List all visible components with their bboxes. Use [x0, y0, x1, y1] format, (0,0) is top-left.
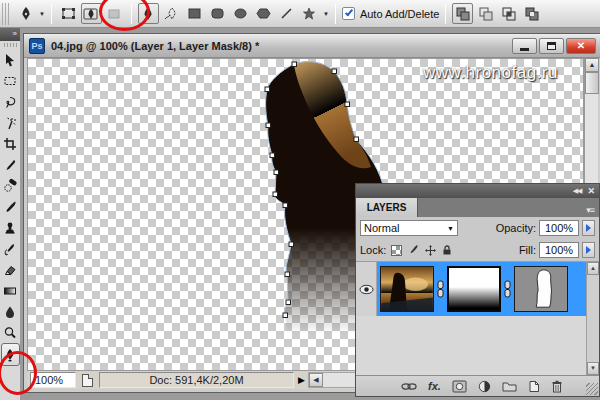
fill-field[interactable]: 100% — [539, 242, 579, 258]
scroll-up-button[interactable]: ▲ — [585, 58, 599, 72]
custom-shape-dropdown-icon[interactable]: ▼ — [323, 11, 329, 17]
lock-all-button[interactable] — [440, 243, 454, 257]
minimize-button[interactable] — [512, 38, 537, 54]
panel-menu-icon[interactable]: ▾≡ — [586, 205, 599, 217]
tool-clone-stamp[interactable] — [0, 217, 20, 238]
add-to-path-area-button[interactable] — [452, 3, 473, 24]
link-layers-icon[interactable] — [401, 382, 417, 391]
gradient-tool-icon — [3, 284, 17, 298]
layers-panel-title-bar[interactable]: ◀◀ ✕ — [356, 184, 599, 198]
padlock-icon — [441, 244, 453, 256]
rounded-rectangle-tool-button[interactable] — [207, 3, 228, 24]
tool-gradient[interactable] — [0, 280, 20, 301]
layer-style-icon[interactable]: fx. — [428, 380, 441, 392]
freeform-pen-tool-button[interactable] — [161, 3, 182, 24]
auto-add-delete-checkbox[interactable] — [342, 7, 355, 20]
tool-move[interactable] — [0, 49, 20, 70]
lock-image-button[interactable] — [406, 243, 420, 257]
delete-layer-icon[interactable] — [551, 380, 563, 393]
restore-button[interactable] — [539, 38, 564, 54]
layers-scroll-up-button[interactable]: ▲ — [587, 262, 599, 275]
adjustment-layer-icon[interactable] — [478, 380, 491, 393]
intersect-path-areas-button[interactable] — [498, 3, 519, 24]
marquee-tool-icon — [3, 74, 17, 88]
rectangle-tool-button[interactable] — [184, 3, 205, 24]
lock-position-button[interactable] — [423, 243, 437, 257]
custom-shape-tool-button[interactable] — [299, 3, 320, 24]
layers-scroll-down-button[interactable]: ▼ — [587, 362, 599, 375]
layer-image-thumbnail[interactable] — [380, 266, 434, 312]
tool-crop[interactable] — [0, 133, 20, 154]
blend-dropdown-icon: ▼ — [447, 225, 454, 232]
tool-rectangular-marquee[interactable] — [0, 70, 20, 91]
crop-tool-icon — [3, 137, 17, 151]
fill-slider-button[interactable] — [582, 242, 595, 258]
panel-collapse-icon[interactable]: ◀◀ — [573, 187, 582, 195]
panel-resize-grip[interactable] — [586, 383, 598, 395]
panel-close-icon[interactable]: ✕ — [587, 186, 595, 196]
move-tool-icon — [3, 53, 17, 67]
vector-mask-thumbnail[interactable] — [514, 266, 568, 312]
blend-mode-select[interactable]: Normal ▼ — [360, 220, 458, 236]
status-flyout-button[interactable]: ▶ — [298, 375, 305, 385]
scroll-up-icon: ▲ — [589, 61, 596, 68]
restore-icon — [547, 42, 556, 50]
lock-fill-row: Lock: Fill: 100% — [356, 239, 599, 261]
layers-panel-tabs: LAYERS ▾≡ — [356, 198, 599, 217]
healing-brush-tool-icon — [3, 178, 18, 193]
layer-visibility-cell[interactable] — [356, 262, 377, 316]
page-setup-icon[interactable] — [82, 374, 93, 387]
lock-transparency-button[interactable] — [389, 243, 403, 257]
layers-panel-footer: fx. — [356, 375, 599, 396]
auto-add-delete-option[interactable]: Auto Add/Delete — [342, 7, 440, 20]
layers-scrollbar[interactable]: ▲ ▼ — [586, 262, 599, 375]
exclude-overlapping-path-areas-button[interactable] — [521, 3, 542, 24]
scroll-left-button[interactable]: ◀ — [309, 373, 323, 387]
tool-eraser[interactable] — [0, 259, 20, 280]
link-vector-mask-icon[interactable] — [503, 280, 512, 298]
document-size-field[interactable]: Doc: 591,4K/2,20M — [99, 372, 294, 388]
new-layer-icon[interactable] — [528, 380, 540, 393]
scroll-down-icon: ▼ — [590, 365, 596, 371]
chevrons-icon: » — [13, 29, 17, 38]
line-tool-button[interactable] — [276, 3, 297, 24]
tool-magic-wand[interactable] — [0, 112, 20, 133]
polygon-tool-button[interactable] — [253, 3, 274, 24]
tool-preset-pen-icon[interactable] — [15, 3, 36, 24]
add-layer-mask-icon[interactable] — [452, 380, 467, 393]
tab-layers[interactable]: LAYERS — [356, 198, 418, 217]
tool-dodge[interactable] — [0, 322, 20, 343]
tool-history-brush[interactable] — [0, 238, 20, 259]
close-icon: ✕ — [577, 40, 585, 51]
subtract-from-path-area-button[interactable] — [475, 3, 496, 24]
tool-brush[interactable] — [0, 196, 20, 217]
link-mask-icon[interactable] — [436, 280, 445, 298]
selected-layer-content[interactable] — [377, 262, 599, 316]
ellipse-tool-button[interactable] — [230, 3, 251, 24]
photoshop-file-icon: Ps — [29, 38, 45, 54]
layer-mask-thumbnail[interactable] — [447, 266, 501, 312]
tool-preset-dropdown-icon[interactable]: ▼ — [39, 11, 45, 17]
toolbox-grip[interactable] — [4, 43, 17, 47]
mode-shape-layers-button[interactable] — [58, 3, 79, 24]
opacity-slider-button[interactable] — [582, 220, 595, 236]
toolbox-collapse-button[interactable]: » — [0, 28, 20, 41]
new-group-icon[interactable] — [502, 380, 517, 392]
opacity-label: Opacity: — [496, 222, 536, 234]
tool-lasso[interactable] — [0, 91, 20, 112]
vertical-scroll-thumb[interactable] — [585, 72, 599, 94]
tool-blur[interactable] — [0, 301, 20, 322]
document-title-bar[interactable]: Ps 04.jpg @ 100% (Layer 1, Layer Mask/8)… — [24, 34, 600, 58]
close-button[interactable]: ✕ — [566, 38, 596, 54]
layer-row[interactable] — [356, 262, 599, 316]
options-bar-grip[interactable] — [2, 3, 11, 25]
toolbox: » — [0, 28, 21, 400]
auto-add-delete-label: Auto Add/Delete — [360, 8, 440, 20]
lasso-tool-icon — [3, 95, 17, 109]
pen-icon — [18, 6, 34, 22]
scroll-left-icon: ◀ — [313, 376, 318, 383]
brush-lock-icon — [407, 244, 419, 256]
opacity-field[interactable]: 100% — [539, 220, 579, 236]
tool-eyedropper[interactable] — [0, 154, 20, 175]
tool-spot-healing-brush[interactable] — [0, 175, 20, 196]
